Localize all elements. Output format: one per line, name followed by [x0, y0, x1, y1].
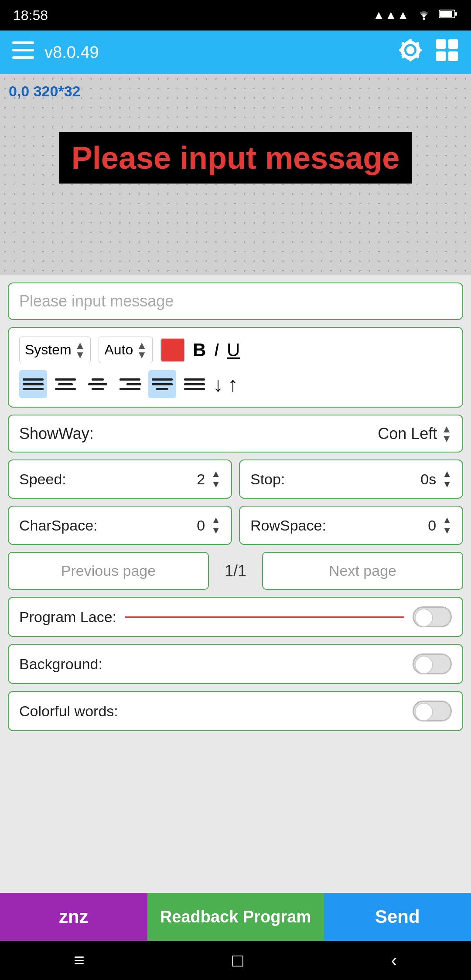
svg-rect-11 — [436, 51, 446, 61]
readback-button[interactable]: Readback Program — [147, 893, 324, 941]
rowspace-arrows[interactable]: ▲ ▼ — [442, 515, 452, 535]
znz-button[interactable]: znz — [0, 893, 147, 941]
speed-arrows[interactable]: ▲ ▼ — [211, 469, 221, 489]
pagination-row: Previous page 1/1 Next page — [8, 552, 463, 590]
svg-rect-12 — [448, 51, 458, 61]
svg-rect-5 — [12, 49, 34, 51]
status-time: 18:58 — [13, 7, 48, 24]
background-toggle[interactable] — [413, 653, 452, 674]
led-display: 0,0 320*32 Please input message — [0, 74, 471, 275]
speed-stop-row: Speed: 2 ▲ ▼ Stop: 0s ▲ ▼ — [8, 459, 463, 499]
grid-icon[interactable] — [435, 38, 459, 67]
showway-row: ShowWay: Con Left ▲ ▼ — [19, 424, 452, 443]
program-lace-panel: Program Lace: — [8, 597, 463, 637]
svg-rect-6 — [12, 56, 34, 59]
rowspace-spinbox: RowSpace: 0 ▲ ▼ — [250, 515, 452, 535]
charspace-value: 0 — [197, 517, 205, 534]
status-bar: 18:58 ▲▲▲ — [0, 0, 471, 31]
charspace-arrows[interactable]: ▲ ▼ — [211, 515, 221, 535]
signal-icon: ▲▲▲ — [373, 8, 409, 22]
top-bar-left: v8.0.49 — [12, 41, 99, 63]
charspace-spinbox: CharSpace: 0 ▲ ▼ — [19, 515, 221, 535]
speed-panel: Speed: 2 ▲ ▼ — [8, 459, 232, 499]
svg-rect-9 — [436, 39, 446, 49]
content-area: System ▲ ▼ Auto ▲ ▼ B I U — [0, 275, 471, 893]
rowspace-label: RowSpace: — [250, 517, 326, 534]
charspace-panel: CharSpace: 0 ▲ ▼ — [8, 506, 232, 545]
bottom-buttons: znz Readback Program Send — [0, 893, 471, 941]
stop-spinbox: Stop: 0s ▲ ▼ — [250, 469, 452, 489]
bold-button[interactable]: B — [193, 340, 206, 361]
showway-value-box[interactable]: Con Left ▲ ▼ — [378, 424, 452, 443]
stop-arrows[interactable]: ▲ ▼ — [442, 469, 452, 489]
nav-bar: ≡ □ ‹ — [0, 941, 471, 980]
nav-home-icon[interactable]: □ — [232, 950, 243, 971]
color-picker[interactable] — [160, 338, 185, 362]
align-left-button[interactable] — [51, 370, 79, 398]
align-bottom-button[interactable] — [148, 370, 176, 398]
stop-right: 0s ▲ ▼ — [420, 469, 452, 489]
speed-label: Speed: — [19, 471, 66, 488]
colorful-words-row: Colorful words: — [19, 701, 452, 721]
battery-icon — [439, 8, 458, 22]
previous-page-button[interactable]: Previous page — [8, 552, 209, 590]
colorful-words-label: Colorful words: — [19, 703, 118, 720]
background-row: Background: — [19, 653, 452, 674]
page-indicator: 1/1 — [209, 562, 262, 580]
format-row-1: System ▲ ▼ Auto ▲ ▼ B I U — [19, 337, 452, 363]
charspace-label: CharSpace: — [19, 517, 98, 534]
svg-rect-10 — [448, 39, 458, 49]
program-lace-label: Program Lace: — [19, 609, 116, 626]
speed-right: 2 ▲ ▼ — [197, 469, 221, 489]
program-lace-toggle[interactable] — [413, 606, 452, 627]
nav-back-icon[interactable]: ‹ — [391, 950, 397, 971]
font-size-arrow: ▲ ▼ — [137, 340, 147, 359]
align-justify-button[interactable] — [19, 370, 47, 398]
message-input-panel — [8, 282, 463, 320]
message-input-field[interactable] — [19, 292, 452, 310]
charspace-right: 0 ▲ ▼ — [197, 515, 221, 535]
font-family-select[interactable]: System ▲ ▼ — [19, 337, 91, 363]
next-page-button[interactable]: Next page — [262, 552, 463, 590]
format-row-2: ↓ ↑ — [19, 370, 452, 398]
settings-icon[interactable] — [399, 38, 422, 67]
colorful-words-toggle[interactable] — [413, 701, 452, 721]
font-family-value: System — [25, 342, 72, 358]
led-coordinates: 0,0 320*32 — [9, 83, 462, 100]
stop-label: Stop: — [250, 471, 285, 488]
svg-rect-2 — [440, 11, 452, 17]
font-size-select[interactable]: Auto ▲ ▼ — [99, 337, 153, 363]
send-button[interactable]: Send — [324, 893, 471, 941]
move-up-button[interactable]: ↑ — [228, 372, 238, 396]
wifi-icon — [416, 7, 432, 24]
rowspace-right: 0 ▲ ▼ — [428, 515, 452, 535]
showway-arrow: ▲ ▼ — [441, 424, 452, 443]
nav-menu-icon[interactable]: ≡ — [74, 950, 85, 971]
align-center-button[interactable] — [84, 370, 112, 398]
stop-value: 0s — [420, 471, 436, 488]
top-bar: v8.0.49 — [0, 31, 471, 74]
underline-button[interactable]: U — [227, 340, 240, 361]
speed-spinbox: Speed: 2 ▲ ▼ — [19, 469, 221, 489]
showway-label: ShowWay: — [19, 425, 94, 443]
led-message-text: Please input message — [72, 140, 399, 175]
speed-value: 2 — [197, 471, 205, 488]
top-bar-right — [399, 38, 459, 67]
charspace-rowspace-row: CharSpace: 0 ▲ ▼ RowSpace: 0 ▲ ▼ — [8, 506, 463, 545]
rowspace-panel: RowSpace: 0 ▲ ▼ — [239, 506, 463, 545]
move-down-button[interactable]: ↓ — [213, 372, 223, 396]
stop-panel: Stop: 0s ▲ ▼ — [239, 459, 463, 499]
status-icons: ▲▲▲ — [373, 7, 458, 24]
svg-rect-4 — [12, 41, 34, 44]
background-label: Background: — [19, 656, 102, 673]
align-extra-button[interactable] — [181, 370, 208, 398]
italic-button[interactable]: I — [214, 340, 219, 361]
hamburger-icon[interactable] — [12, 41, 34, 63]
showway-value: Con Left — [378, 425, 437, 443]
svg-point-0 — [423, 17, 425, 20]
svg-rect-3 — [455, 12, 457, 16]
app-version: v8.0.49 — [44, 43, 99, 62]
background-panel: Background: — [8, 644, 463, 684]
font-size-value: Auto — [104, 342, 133, 358]
align-right-button[interactable] — [116, 370, 144, 398]
